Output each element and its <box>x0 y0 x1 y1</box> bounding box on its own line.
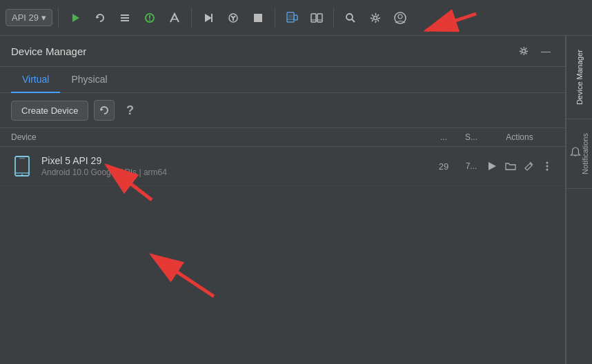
device-icon <box>11 155 33 177</box>
edit-icon <box>524 161 533 171</box>
svg-rect-4 <box>121 20 129 21</box>
svg-marker-8 <box>205 14 212 22</box>
profile-button[interactable] <box>164 7 186 29</box>
apply-changes-button[interactable] <box>197 7 219 29</box>
svg-rect-14 <box>254 14 262 22</box>
folder-icon <box>505 161 516 171</box>
panel-header-icons: — <box>515 43 554 59</box>
col-header-dots: ... <box>430 132 457 142</box>
create-device-button[interactable]: Create Device <box>11 101 88 121</box>
sidebar-tab-device-manager[interactable]: Device Manager <box>566 36 592 119</box>
table-row[interactable]: Pixel 5 API 29 Android 10.0 Google APIs … <box>0 147 565 186</box>
rerun-button[interactable] <box>89 7 111 29</box>
tab-physical[interactable]: Physical <box>60 67 118 93</box>
svg-line-24 <box>352 19 355 22</box>
minimize-icon: — <box>541 46 551 57</box>
help-button[interactable]: ? <box>120 101 139 120</box>
panel-title: Device Manager <box>11 46 86 57</box>
debug-icon <box>144 12 156 24</box>
chevron-down-icon: ▾ <box>41 12 46 23</box>
play-icon <box>70 12 81 23</box>
svg-marker-1 <box>97 16 99 19</box>
tab-virtual[interactable]: Virtual <box>11 67 60 93</box>
toolbar-separator-2 <box>191 8 192 28</box>
device-api: 29 <box>430 161 457 172</box>
table-header: Device ... S... Actions <box>0 128 565 147</box>
api-selector-label: API 29 <box>12 12 39 23</box>
account-button[interactable] <box>389 7 411 29</box>
main-area: Device Manager — Virtual Physical <box>0 36 592 364</box>
api-selector[interactable]: API 29 ▾ <box>6 9 52 26</box>
device-manager-panel: Device Manager — Virtual Physical <box>0 36 566 364</box>
mirror-device-button[interactable] <box>306 7 328 29</box>
panel-header: Device Manager — <box>0 36 565 67</box>
toolbar-separator-4 <box>333 8 334 28</box>
toolbar: API 29 ▾ <box>0 0 592 36</box>
mirror-icon <box>310 12 323 24</box>
settings-button[interactable] <box>364 7 386 29</box>
search-icon <box>345 12 356 23</box>
debug-button[interactable] <box>139 7 161 29</box>
device-manager-toolbar-button[interactable] <box>281 7 303 29</box>
svg-line-11 <box>231 16 233 18</box>
panel-settings-button[interactable] <box>515 43 532 59</box>
svg-line-12 <box>233 16 235 18</box>
bell-icon <box>570 147 581 158</box>
svg-line-35 <box>525 168 527 170</box>
svg-rect-2 <box>121 14 129 16</box>
svg-point-25 <box>374 16 377 19</box>
sidebar-tab-notifications[interactable]: Notifications <box>566 119 592 189</box>
svg-rect-19 <box>311 14 316 22</box>
svg-rect-33 <box>19 158 25 159</box>
svg-point-37 <box>546 162 548 164</box>
refresh-icon <box>99 105 109 115</box>
svg-point-28 <box>522 50 526 53</box>
svg-point-39 <box>546 169 548 171</box>
account-icon <box>394 12 406 24</box>
device-size: 7... <box>457 161 485 171</box>
svg-point-27 <box>398 14 402 19</box>
svg-marker-34 <box>489 162 496 170</box>
right-sidebar: Device Manager Notifications <box>566 36 592 364</box>
profile-icon <box>169 12 180 23</box>
rerun-icon <box>95 12 106 23</box>
device-subtitle: Android 10.0 Google APIs | arm64 <box>41 168 430 177</box>
panel-minimize-button[interactable]: — <box>537 43 554 59</box>
device-info: Pixel 5 API 29 Android 10.0 Google APIs … <box>41 155 430 177</box>
svg-marker-0 <box>72 14 79 22</box>
svg-point-38 <box>546 165 548 168</box>
build-button[interactable] <box>114 7 136 29</box>
device-manager-icon <box>285 11 299 25</box>
svg-point-32 <box>21 174 23 176</box>
svg-rect-3 <box>121 17 129 19</box>
panel-gear-icon <box>518 46 529 57</box>
search-button[interactable] <box>339 7 362 29</box>
play-action-icon <box>487 161 497 171</box>
svg-marker-29 <box>101 108 103 111</box>
sidebar-tab-notifications-label: Notifications <box>581 128 589 180</box>
apply-code-button[interactable] <box>222 7 244 29</box>
col-header-actions: Actions <box>485 132 554 142</box>
stop-button[interactable] <box>247 7 269 29</box>
folder-action-button[interactable] <box>504 158 518 174</box>
more-action-button[interactable] <box>540 158 555 174</box>
stop-icon <box>253 13 263 23</box>
play-action-button[interactable] <box>485 158 500 174</box>
more-vertical-icon <box>546 161 549 171</box>
toolbar-separator-3 <box>275 8 275 28</box>
svg-point-23 <box>346 14 353 20</box>
tabs-bar: Virtual Physical <box>0 67 565 93</box>
toolbar-separator-1 <box>58 8 59 28</box>
build-icon <box>119 12 130 23</box>
apply-code-icon <box>227 12 239 24</box>
svg-rect-20 <box>317 14 322 22</box>
run-button[interactable] <box>64 7 86 29</box>
phone-icon <box>14 156 30 176</box>
action-buttons <box>485 158 554 174</box>
refresh-button[interactable] <box>94 100 115 121</box>
svg-point-7 <box>149 19 150 21</box>
apply-changes-icon <box>202 12 215 24</box>
sidebar-tab-device-manager-label: Device Manager <box>575 44 584 110</box>
edit-action-button[interactable] <box>522 158 536 174</box>
col-header-api: S... <box>457 132 485 142</box>
